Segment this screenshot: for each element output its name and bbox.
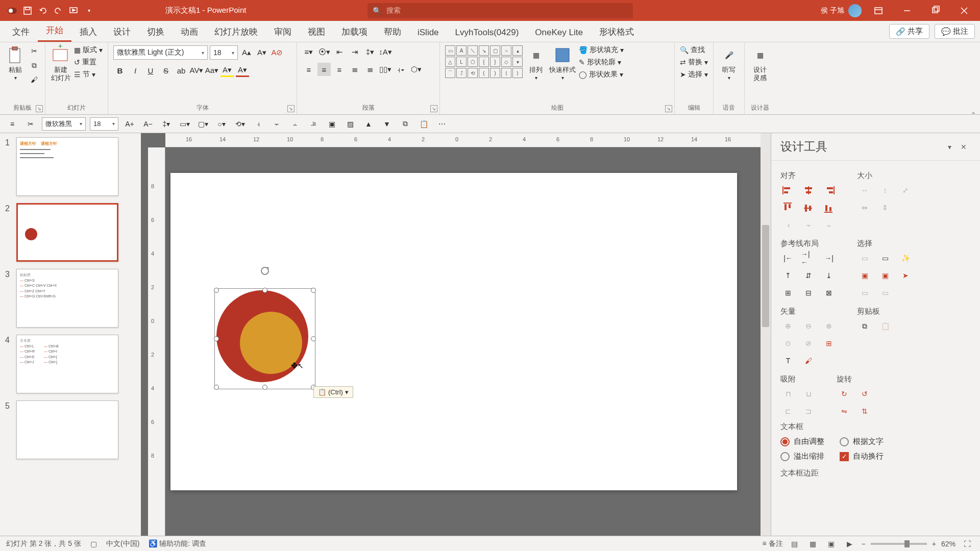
align-center-h-icon[interactable] — [801, 184, 816, 197]
sel-5-icon[interactable]: ▭ — [857, 286, 872, 299]
normal-view-icon[interactable]: ▤ — [788, 538, 801, 549]
tab-design[interactable]: 设计 — [105, 21, 139, 42]
zoom-in-icon[interactable]: + — [932, 540, 936, 548]
user-account[interactable]: 侯 子旭 — [821, 4, 862, 17]
st-inc-font-icon[interactable]: A+ — [122, 117, 137, 131]
snap-4-icon[interactable]: ⊐ — [801, 405, 816, 418]
thumb-4[interactable]: 4 文本类 — Ctrl+L — Ctrl+R — Ctrl+E — Ctrl+… — [5, 335, 136, 393]
zoom-slider[interactable] — [871, 543, 927, 545]
guide-grid1-icon[interactable]: ⊞ — [780, 286, 796, 299]
vec-int-icon[interactable]: ⊗ — [821, 319, 837, 333]
vec-4-icon[interactable]: ⊙ — [780, 337, 796, 350]
st-more-icon[interactable]: ⋯ — [435, 117, 449, 131]
slideshow-view-icon[interactable]: ▶ — [843, 538, 856, 549]
decrease-font-icon[interactable]: A▾ — [255, 46, 268, 59]
handle-ml[interactable] — [214, 336, 219, 341]
tab-lvyhtools[interactable]: LvyhTools(0429) — [447, 23, 527, 42]
arrange-button[interactable]: ▦ 排列▾ — [526, 45, 546, 81]
snap-2-icon[interactable]: ⊔ — [801, 387, 816, 400]
handle-tr[interactable] — [311, 288, 316, 293]
sel-6-icon[interactable]: ▭ — [877, 286, 893, 299]
italic-button[interactable]: I — [129, 64, 142, 77]
st-align-h-icon[interactable]: ⫞ — [251, 117, 265, 131]
align-right-icon[interactable] — [821, 184, 837, 197]
size-w-icon[interactable]: ↔ — [857, 184, 872, 197]
vec-text-icon[interactable]: T — [780, 354, 796, 367]
st-copy-icon[interactable]: ⧉ — [398, 117, 412, 131]
format-painter-icon[interactable]: 🖌 — [29, 74, 40, 85]
paste-options-tag[interactable]: 📋 (Ctrl) ▾ — [313, 386, 353, 398]
align-text-icon[interactable]: ⫞▾ — [394, 63, 407, 76]
tab-shape-format[interactable]: 形状格式 — [591, 21, 642, 42]
search-box[interactable]: 🔍 搜索 — [368, 3, 633, 18]
accessibility-indicator[interactable]: ♿ 辅助功能: 调查 — [149, 539, 206, 548]
sel-1-icon[interactable]: ▭ — [857, 252, 872, 265]
tab-animations[interactable]: 动画 — [173, 21, 206, 42]
paragraph-launcher-icon[interactable]: ↘ — [430, 105, 437, 112]
clip-paste-icon[interactable]: 📋 — [877, 319, 893, 333]
align-bottom-icon[interactable] — [821, 201, 837, 214]
dist-h-icon[interactable]: ⫞ — [780, 218, 796, 232]
align-middle-v-icon[interactable] — [801, 201, 816, 214]
distribute-icon[interactable]: ≣ — [363, 63, 377, 76]
shape-outline-button[interactable]: ✎形状轮廓 ▾ — [579, 58, 621, 67]
shape-fill-button[interactable]: 🪣形状填充 ▾ — [579, 45, 624, 55]
minimize-button[interactable] — [895, 0, 919, 21]
new-slide-button[interactable]: + 新建 幻灯片 — [51, 45, 71, 82]
flip-h-icon[interactable]: ⇋ — [837, 405, 852, 418]
zoom-level[interactable]: 62% — [941, 540, 955, 548]
fit-window-icon[interactable]: ⛶ — [961, 538, 974, 549]
save-icon[interactable] — [22, 6, 33, 16]
st-square-icon[interactable]: ▭▾ — [178, 117, 192, 131]
layout-button[interactable]: ▦版式 ▾ — [74, 45, 103, 55]
tab-help[interactable]: 帮助 — [376, 21, 409, 42]
st-rotate-icon[interactable]: ⟲▾ — [233, 117, 247, 131]
numbering-icon[interactable]: ⦿▾ — [317, 45, 331, 59]
clipboard-launcher-icon[interactable]: ↘ — [36, 105, 43, 112]
radio-by-text[interactable]: 根据文字 — [840, 437, 884, 446]
tab-review[interactable]: 审阅 — [266, 21, 300, 42]
clear-format-icon[interactable]: A⊘ — [271, 46, 284, 59]
section-button[interactable]: ☰节 ▾ — [74, 70, 95, 79]
text-direction-icon[interactable]: ↕A▾ — [379, 45, 392, 59]
guide-l-icon[interactable]: |← — [780, 252, 796, 265]
guide-m-icon[interactable]: ⇵ — [801, 269, 816, 282]
cut-icon[interactable]: ✂ — [29, 45, 40, 57]
rotate-handle[interactable] — [260, 266, 270, 276]
vertical-scrollbar[interactable] — [761, 133, 771, 536]
undo-icon[interactable] — [38, 6, 48, 16]
st-circle-icon[interactable]: ○▾ — [214, 117, 229, 131]
sel-wand-icon[interactable]: ✨ — [898, 252, 913, 265]
paste-button[interactable]: 粘贴 ▾ — [5, 45, 26, 81]
columns-icon[interactable]: ▯▯▾ — [379, 63, 392, 76]
st-dec-font-icon[interactable]: A− — [141, 117, 155, 131]
shadow-button[interactable]: ab — [175, 64, 188, 77]
check-autowrap[interactable]: ✓自动换行 — [840, 452, 884, 461]
sel-4-icon[interactable]: ▣ — [877, 269, 893, 282]
decrease-indent-icon[interactable]: ⇤ — [333, 45, 346, 59]
st-crop-icon[interactable]: ✂ — [23, 117, 38, 131]
st-dist-h-icon[interactable]: ⫠ — [288, 117, 302, 131]
find-button[interactable]: 🔍查找 — [680, 45, 705, 55]
dist-both-icon[interactable]: ⫠ — [821, 218, 837, 232]
align-left-icon[interactable]: ≡ — [302, 63, 315, 76]
increase-indent-icon[interactable]: ⇥ — [348, 45, 361, 59]
st-align-icon[interactable]: ≡ — [5, 117, 19, 131]
sel-arrow-icon[interactable]: ➤ — [898, 269, 913, 282]
select-button[interactable]: ➤选择 ▾ — [680, 70, 708, 79]
increase-font-icon[interactable]: A▴ — [240, 46, 253, 59]
redo-icon[interactable] — [53, 6, 63, 16]
equal-w-icon[interactable]: ⇔ — [857, 201, 872, 214]
thumb-3[interactable]: 3 粘贴类 — Ctrl+S — Ctrl+C Ctrl+V Ctrl+X — … — [5, 269, 136, 328]
justify-icon[interactable]: ≣ — [348, 63, 361, 76]
rot-cw-icon[interactable]: ↻ — [837, 387, 852, 400]
clip-copy-icon[interactable]: ⧉ — [857, 319, 872, 333]
sorter-view-icon[interactable]: ▦ — [806, 538, 820, 549]
size-h-icon[interactable]: ↕ — [877, 184, 893, 197]
bold-button[interactable]: B — [113, 64, 127, 77]
thumb-5[interactable]: 5 — [5, 400, 136, 459]
align-top-icon[interactable] — [780, 201, 796, 214]
sel-3-icon[interactable]: ▣ — [857, 269, 872, 282]
st-linespacing-icon[interactable]: ‡▾ — [159, 117, 174, 131]
guide-b-icon[interactable]: ⤓ — [821, 269, 837, 282]
